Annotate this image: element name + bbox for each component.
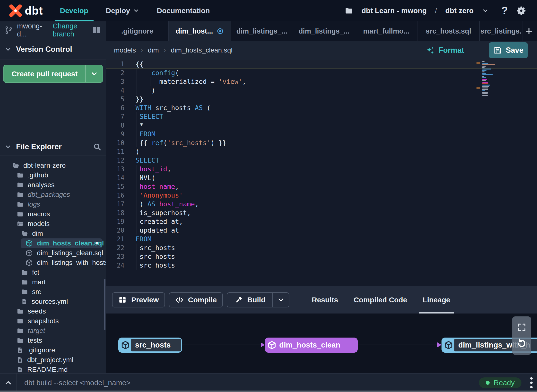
file-tree-item[interactable]: dim_hosts_clean.sql: [21, 238, 102, 248]
line-content: 'Anonymous': [133, 191, 537, 200]
environment-name[interactable]: dbt zero: [445, 7, 474, 15]
code-line[interactable]: 4 ): [106, 86, 537, 95]
file-tree-item[interactable]: dim_listings_clean.sql: [0, 248, 106, 258]
collapse-panel-button[interactable]: [0, 374, 17, 392]
nav-item-documentation[interactable]: Documentation: [157, 0, 210, 21]
code-editor[interactable]: 1{{2 config(3 materialized = 'view',4 )5…: [106, 60, 537, 286]
code-line[interactable]: 10 {{ ref('src_hosts') }}: [106, 139, 537, 147]
code-line[interactable]: 6WITH src_hosts AS (: [106, 104, 537, 112]
save-button[interactable]: Save: [489, 42, 528, 58]
file-tree-item[interactable]: README.md: [0, 365, 106, 373]
code-line[interactable]: 11): [106, 147, 537, 156]
file-tree-item[interactable]: macros: [0, 209, 106, 219]
file-tree-item[interactable]: snapshots: [0, 316, 106, 326]
refresh-icon[interactable]: [516, 338, 527, 349]
build-dropdown[interactable]: [272, 293, 289, 307]
editor-tab[interactable]: src_listings.: [480, 21, 522, 41]
code-line[interactable]: 17 ) AS host_name,: [106, 200, 537, 209]
file-tree-item[interactable]: seeds: [0, 306, 106, 316]
editor-tab[interactable]: mart_fullmo...: [355, 21, 417, 41]
lineage-node[interactable]: src_hosts: [118, 338, 182, 353]
code-line[interactable]: 2 config(: [106, 69, 537, 77]
code-line[interactable]: 12SELECT: [106, 156, 537, 165]
panel-tab-compiled-code[interactable]: Compiled Code: [354, 286, 407, 314]
file-tree-item[interactable]: dbt_packages: [0, 190, 106, 200]
line-content: NVL(: [133, 174, 537, 182]
file-tree-item[interactable]: dbt-learn-zero: [0, 161, 106, 170]
file-tree-item[interactable]: sources.yml: [0, 297, 106, 306]
file-explorer-header[interactable]: File Explorer: [0, 138, 106, 156]
code-line[interactable]: 23 src_hosts: [106, 252, 537, 261]
file-tree-item[interactable]: .github: [0, 170, 106, 180]
preview-button[interactable]: Preview: [112, 292, 165, 307]
docs-book-icon[interactable]: [92, 25, 102, 35]
fullscreen-icon[interactable]: [517, 322, 527, 332]
search-icon[interactable]: [93, 142, 102, 151]
sidebar-scrollbar[interactable]: [104, 279, 105, 330]
version-control-header[interactable]: Version Control: [0, 39, 106, 60]
code-line[interactable]: 21FROM: [106, 235, 537, 244]
editor-scrollbar[interactable]: [533, 60, 533, 286]
lineage-node[interactable]: dim_hosts_clean: [265, 338, 358, 353]
panel-tab-lineage[interactable]: Lineage: [423, 286, 450, 314]
new-tab-button[interactable]: [522, 21, 536, 41]
file-tree-item[interactable]: dim: [0, 229, 106, 238]
code-line[interactable]: 3 materialized = 'view',: [106, 77, 537, 86]
code-line[interactable]: 18 is_superhost,: [106, 209, 537, 217]
lineage-graph[interactable]: src_hostsdim_hosts_cleandim_listings_wit…: [106, 314, 537, 373]
editor-tab[interactable]: src_hosts.sql: [417, 21, 480, 41]
file-tree-item[interactable]: mart: [0, 277, 106, 287]
editor-minimap[interactable]: [482, 61, 497, 96]
command-input[interactable]: dbt build --select <model_name>: [24, 379, 130, 387]
code-line[interactable]: 15 host_name,: [106, 182, 537, 191]
project-name[interactable]: dbt Learn - mwong: [362, 7, 427, 15]
create-pull-request-label[interactable]: Create pull request: [4, 65, 86, 82]
line-number: 14: [106, 174, 133, 182]
file-tree-item[interactable]: models: [0, 219, 106, 229]
breadcrumb-item[interactable]: dim_hosts_clean.sql: [171, 46, 233, 54]
code-line[interactable]: 16 'Anonymous': [106, 191, 537, 200]
format-button[interactable]: Format: [425, 46, 464, 55]
code-line[interactable]: 5}}: [106, 95, 537, 104]
editor-tab[interactable]: .gitignore: [106, 21, 169, 41]
code-line[interactable]: 22 src_hosts: [106, 244, 537, 252]
folder-icon: [17, 210, 24, 218]
breadcrumb-item[interactable]: models: [114, 46, 136, 54]
change-branch-link[interactable]: Change branch: [53, 22, 92, 38]
file-tree-item[interactable]: .gitignore: [0, 345, 106, 355]
panel-tab-results[interactable]: Results: [312, 286, 338, 314]
code-line[interactable]: 8 *: [106, 121, 537, 130]
code-line[interactable]: 1{{: [106, 60, 537, 69]
file-tree-item[interactable]: fct: [0, 268, 106, 277]
editor-tab[interactable]: dim_host...: [169, 21, 231, 41]
file-tree-item[interactable]: src: [0, 287, 106, 297]
build-button[interactable]: Build: [227, 293, 272, 307]
file-tree-item[interactable]: target: [0, 326, 106, 336]
code-line[interactable]: 9 FROM: [106, 130, 537, 139]
code-line[interactable]: 19 created_at,: [106, 217, 537, 226]
environment-chevron-down-icon[interactable]: [482, 7, 489, 14]
code-line[interactable]: 7 SELECT: [106, 112, 537, 121]
file-tree-item[interactable]: analyses: [0, 180, 106, 190]
code-line[interactable]: 20 updated_at: [106, 226, 537, 235]
help-icon[interactable]: ?: [501, 5, 508, 17]
compile-button[interactable]: Compile: [169, 292, 223, 307]
editor-tab[interactable]: dim_listings_...: [293, 21, 355, 41]
branch-name[interactable]: mwong-d...: [17, 22, 45, 38]
create-pull-request-button[interactable]: Create pull request: [3, 65, 103, 83]
dbt-logo[interactable]: dbt: [9, 4, 43, 17]
nav-item-develop[interactable]: Develop: [60, 0, 88, 21]
code-line[interactable]: 13 host_id,: [106, 165, 537, 174]
settings-gear-icon[interactable]: [516, 5, 527, 16]
file-tree-item[interactable]: tests: [0, 336, 106, 345]
file-tree-item[interactable]: logs: [0, 200, 106, 209]
editor-tab[interactable]: dim_listings_...: [231, 21, 293, 41]
nav-item-deploy[interactable]: Deploy: [106, 0, 139, 21]
file-tree-item[interactable]: dbt_project.yml: [0, 355, 106, 365]
code-line[interactable]: 14 NVL(: [106, 174, 537, 182]
create-pr-dropdown[interactable]: [86, 65, 103, 82]
file-tree-item[interactable]: dim_listings_with_hosts...: [0, 258, 106, 268]
breadcrumb-item[interactable]: dim: [148, 46, 159, 54]
code-line[interactable]: 24 src_hosts: [106, 261, 537, 270]
kebab-menu-icon[interactable]: [530, 377, 533, 388]
